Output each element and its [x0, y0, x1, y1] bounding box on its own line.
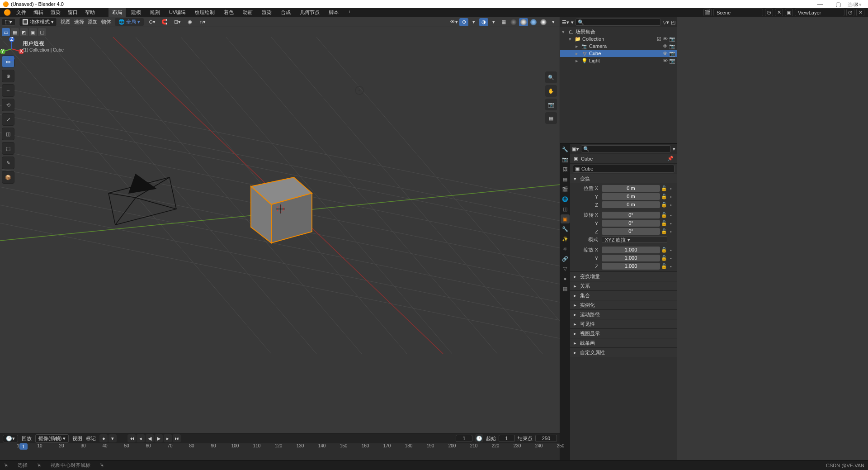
- pivot-dropdown[interactable]: ⊙▾: [147, 18, 156, 26]
- rotation-z[interactable]: 0°: [602, 228, 660, 235]
- shading-dropdown[interactable]: ▾: [549, 18, 558, 26]
- tab-collection[interactable]: ◫: [561, 204, 570, 214]
- proportional-dropdown[interactable]: ∩▾: [198, 18, 207, 26]
- overlay-toggle[interactable]: ◑: [479, 18, 488, 26]
- shading-matpreview[interactable]: [529, 18, 538, 26]
- panel-collections-header[interactable]: ▸集合: [570, 291, 677, 300]
- nav-pan[interactable]: ✋: [545, 85, 557, 97]
- nav-camera[interactable]: 📷: [545, 99, 557, 110]
- selmode-tweak[interactable]: ▭: [2, 28, 10, 36]
- rotation-x[interactable]: 0°: [602, 212, 660, 218]
- nav-gizmo[interactable]: X Y Z: [0, 37, 24, 61]
- viewlayer-field[interactable]: ViewLayer: [795, 9, 844, 16]
- hide-icon[interactable]: 👁: [663, 43, 668, 49]
- options-dropdown[interactable]: 选项 ▾: [844, 1, 865, 9]
- selmode-5[interactable]: ▢: [38, 28, 46, 36]
- lock-icon[interactable]: 🔓: [661, 202, 667, 208]
- tool-measure[interactable]: ✎: [2, 157, 14, 169]
- tab-tool[interactable]: 🔧: [561, 145, 570, 154]
- mode-dropdown[interactable]: 🔳 物体模式 ▾: [19, 18, 57, 26]
- hide-icon[interactable]: 👁: [663, 51, 668, 57]
- tool-transform[interactable]: ◫: [2, 128, 14, 140]
- snap-toggle[interactable]: 🧲: [160, 18, 169, 26]
- editor-type-dropdown[interactable]: ⬚▾: [2, 18, 15, 26]
- tree-toggle[interactable]: ▸: [576, 58, 580, 64]
- end-frame[interactable]: 250: [535, 435, 557, 442]
- tab-constraints[interactable]: 🔗: [561, 254, 570, 263]
- tool-scale[interactable]: ⤢: [2, 113, 14, 126]
- menu-edit[interactable]: 编辑: [31, 8, 46, 17]
- minimize-button[interactable]: —: [811, 1, 829, 8]
- tl-playback-menu[interactable]: 回放: [22, 435, 32, 442]
- layer-browse-icon[interactable]: ▣: [785, 9, 793, 16]
- outliner-row-light[interactable]: ▸💡Light👁📷: [560, 57, 677, 64]
- tree-toggle[interactable]: ▸: [576, 43, 580, 49]
- autokey-toggle[interactable]: ●: [99, 434, 108, 442]
- panel-relations-header[interactable]: ▸关系: [570, 281, 677, 290]
- nav-perspective[interactable]: ▦: [545, 112, 557, 124]
- lock-icon[interactable]: 🔓: [661, 228, 667, 234]
- lock-icon[interactable]: 🔓: [661, 185, 667, 191]
- lock-icon[interactable]: 🔓: [661, 220, 667, 226]
- tab-uv[interactable]: UV编辑: [165, 8, 189, 17]
- layer-delete-button[interactable]: ✕: [856, 9, 864, 16]
- tab-sculpt[interactable]: 雕刻: [146, 8, 164, 17]
- tool-move[interactable]: ↔: [2, 84, 14, 97]
- jump-next-key[interactable]: ▸: [164, 434, 172, 442]
- hide-icon[interactable]: 👁: [663, 58, 668, 64]
- tab-modifiers[interactable]: 🔧: [561, 224, 570, 233]
- gizmo-dropdown[interactable]: ▾: [469, 18, 478, 26]
- select-menu[interactable]: 选择: [74, 19, 84, 25]
- tree-toggle[interactable]: ▾: [569, 36, 573, 42]
- tab-output[interactable]: 🖼: [561, 165, 570, 174]
- play[interactable]: ▶: [155, 434, 163, 442]
- tl-keying-menu[interactable]: 抠像(插帧) ▾: [35, 434, 69, 443]
- tab-scene[interactable]: 🎬: [561, 185, 570, 194]
- visibility-dropdown[interactable]: 👁▾: [449, 18, 458, 26]
- keyframe-dot[interactable]: •: [668, 221, 674, 226]
- lock-icon[interactable]: 🔓: [661, 194, 667, 199]
- jump-first[interactable]: ⏮: [127, 434, 136, 442]
- orientation-dropdown[interactable]: 🌐 全局 ▾: [115, 18, 144, 26]
- tool-addcube[interactable]: 📦: [2, 171, 14, 184]
- properties-search[interactable]: 🔍: [581, 145, 671, 152]
- panel-transform-header[interactable]: ▾变换: [570, 174, 677, 183]
- tool-annotate[interactable]: ⬚: [2, 142, 14, 155]
- tab-modeling[interactable]: 建模: [127, 8, 145, 17]
- tab-animation[interactable]: 动画: [239, 8, 256, 17]
- tab-particles[interactable]: ✨: [561, 234, 570, 243]
- keyframe-dot[interactable]: •: [668, 186, 674, 191]
- pin-icon[interactable]: 📌: [667, 156, 674, 161]
- keyframe-dot[interactable]: •: [668, 247, 674, 253]
- disable-render-icon[interactable]: 📷: [669, 58, 675, 64]
- overlay-dropdown[interactable]: ▾: [489, 18, 498, 26]
- 3d-viewport[interactable]: ▭ ⊕ ↔ ⟲ ⤢ ◫ ⬚ ✎ 📦 用户透视 (1) Collection | …: [0, 37, 560, 433]
- tab-world[interactable]: 🌐: [561, 195, 570, 204]
- properties-type-dropdown[interactable]: ▣▾: [572, 146, 579, 152]
- panel-delta-header[interactable]: ▸变换增量: [570, 272, 677, 281]
- disable-render-icon[interactable]: 📷: [669, 51, 675, 57]
- disable-render-icon[interactable]: 📷: [669, 43, 675, 49]
- timeline-ruler[interactable]: 1 11020304050607080901001101201301401501…: [0, 443, 560, 460]
- shading-wireframe[interactable]: [509, 18, 518, 26]
- keyframe-dot[interactable]: •: [668, 194, 674, 199]
- tab-shading[interactable]: 着色: [220, 8, 237, 17]
- tab-viewlayer[interactable]: ▦: [561, 175, 570, 184]
- outliner-search[interactable]: 🔍: [576, 19, 661, 26]
- tab-material[interactable]: ●: [561, 274, 570, 283]
- properties-options-icon[interactable]: ▾: [673, 146, 675, 152]
- add-menu[interactable]: 添加: [88, 19, 98, 25]
- clock-icon[interactable]: 🕐: [475, 434, 483, 442]
- object-menu[interactable]: 物体: [101, 19, 111, 25]
- panel-lineart-header[interactable]: ▸线条画: [570, 338, 677, 347]
- timeline-editor-dropdown[interactable]: 🕐▾: [3, 435, 18, 442]
- nav-zoom[interactable]: 🔍: [545, 71, 557, 83]
- gizmo-toggle[interactable]: ⊕: [459, 18, 468, 26]
- autokey-dropdown[interactable]: ▾: [108, 434, 117, 442]
- jump-prev-key[interactable]: ◂: [137, 434, 145, 442]
- outliner-filter-icon[interactable]: ▽▾: [663, 19, 669, 25]
- scale-y[interactable]: 1.000: [602, 255, 660, 261]
- tree-toggle[interactable]: ▸: [576, 51, 580, 57]
- lock-icon[interactable]: 🔓: [661, 255, 667, 261]
- tab-layout[interactable]: 布局: [108, 8, 126, 17]
